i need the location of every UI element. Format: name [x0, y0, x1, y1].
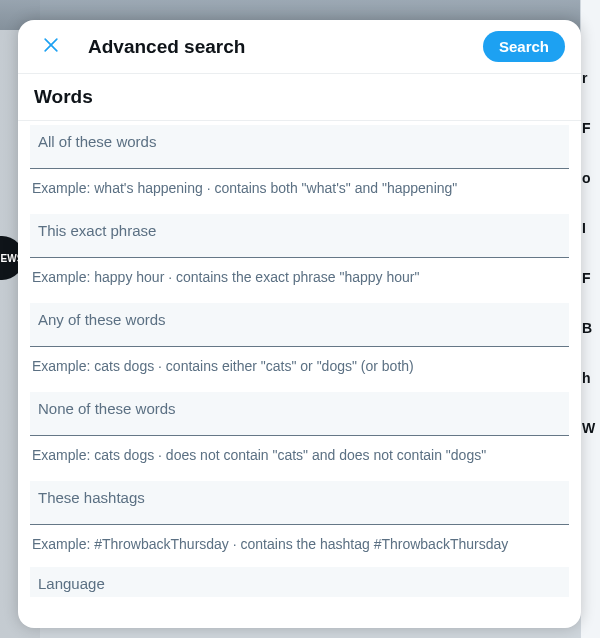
- modal-header: Advanced search Search: [18, 20, 581, 73]
- any-words-input[interactable]: Any of these words: [30, 303, 569, 347]
- search-button[interactable]: Search: [483, 31, 565, 62]
- exact-phrase-label: This exact phrase: [38, 222, 561, 239]
- field-none-words: None of these words Example: cats dogs ·…: [18, 392, 581, 477]
- any-words-example: Example: cats dogs · contains either "ca…: [18, 347, 581, 388]
- field-all-words: All of these words Example: what's happe…: [18, 125, 581, 210]
- exact-phrase-input[interactable]: This exact phrase: [30, 214, 569, 258]
- close-button[interactable]: [34, 30, 68, 64]
- modal-title: Advanced search: [88, 36, 463, 58]
- section-heading-words: Words: [18, 74, 581, 120]
- hashtags-input[interactable]: These hashtags: [30, 481, 569, 525]
- exact-phrase-example: Example: happy hour · contains the exact…: [18, 258, 581, 299]
- all-words-label: All of these words: [38, 133, 561, 150]
- hashtags-label: These hashtags: [38, 489, 561, 506]
- none-words-input[interactable]: None of these words: [30, 392, 569, 436]
- none-words-example: Example: cats dogs · does not contain "c…: [18, 436, 581, 477]
- field-hashtags: These hashtags Example: #ThrowbackThursd…: [18, 481, 581, 566]
- any-words-label: Any of these words: [38, 311, 561, 328]
- all-words-example: Example: what's happening · contains bot…: [18, 169, 581, 210]
- advanced-search-modal: Advanced search Search Words All of thes…: [18, 20, 581, 628]
- background-right-text: r F o I F B h W: [582, 70, 598, 436]
- language-label: Language: [38, 575, 105, 592]
- field-exact-phrase: This exact phrase Example: happy hour · …: [18, 214, 581, 299]
- modal-body: Words All of these words Example: what's…: [18, 73, 581, 628]
- all-words-input[interactable]: All of these words: [30, 125, 569, 169]
- hashtags-example: Example: #ThrowbackThursday · contains t…: [18, 525, 581, 566]
- divider: [18, 120, 581, 121]
- close-icon: [41, 35, 61, 58]
- field-any-words: Any of these words Example: cats dogs · …: [18, 303, 581, 388]
- none-words-label: None of these words: [38, 400, 561, 417]
- language-select[interactable]: Language: [30, 567, 569, 597]
